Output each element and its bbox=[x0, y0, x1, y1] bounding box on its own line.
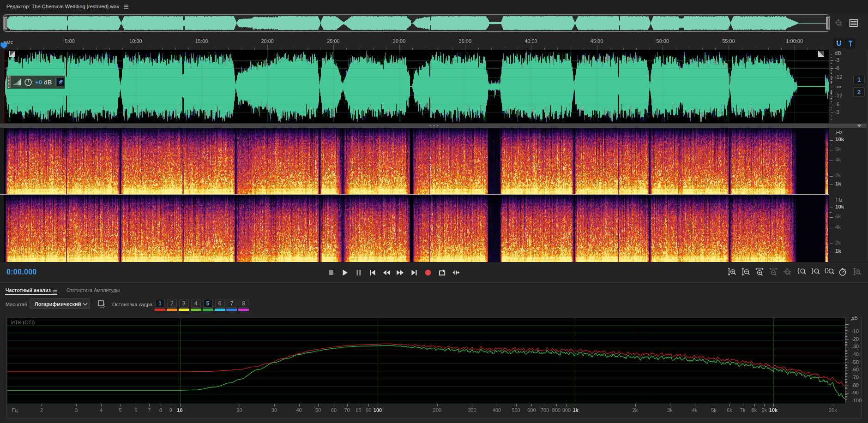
panel-menu-icon[interactable] bbox=[123, 3, 129, 12]
panel-splitter[interactable] bbox=[0, 123, 868, 128]
splitter-grip[interactable] bbox=[428, 125, 440, 127]
freq-axis-tick bbox=[472, 404, 472, 406]
pin-icon[interactable] bbox=[57, 78, 64, 86]
fade-in-handle[interactable] bbox=[9, 51, 15, 57]
hold-frame-2-button[interactable]: 2 bbox=[167, 299, 177, 308]
waveform-display[interactable]: dB-3-3-6-6-12-12-∞ 1 2 +0 bbox=[0, 50, 868, 123]
plot-db-tick bbox=[845, 388, 847, 389]
skip-cti-icon bbox=[451, 268, 460, 277]
gain-hud[interactable]: +0 dB bbox=[7, 76, 65, 89]
skip-cti-button[interactable] bbox=[450, 267, 461, 278]
spectrogram-channel-1[interactable]: Hz10k6k4k2k1k bbox=[0, 128, 868, 194]
plot-db-tick bbox=[845, 350, 847, 351]
gain-value[interactable]: +0 bbox=[35, 79, 42, 86]
zoom-in-vertical-button[interactable] bbox=[726, 267, 738, 278]
tab-frequency-analysis[interactable]: Частотный анализ bbox=[6, 287, 51, 293]
snap-toggle-button[interactable] bbox=[833, 38, 844, 48]
hz-scale-label: 10k bbox=[835, 204, 844, 209]
tab-amplitude-statistics[interactable]: Статистика Амплитуды bbox=[66, 287, 120, 293]
hold-frame-7-button[interactable]: 7 bbox=[227, 299, 236, 308]
skip-start-button[interactable] bbox=[367, 267, 378, 278]
zoom-box-right-handle[interactable] bbox=[826, 17, 829, 30]
freq-axis-label: 4k bbox=[692, 407, 698, 413]
zoom-reset-button[interactable] bbox=[782, 267, 794, 278]
scale-dropdown[interactable]: Логарифмический bbox=[30, 298, 90, 309]
zoom-out-vertical-button[interactable] bbox=[740, 267, 752, 278]
stop-button[interactable] bbox=[326, 267, 337, 278]
zoom-reset-icon[interactable] bbox=[834, 18, 844, 30]
ruler-time-label: 1:00:00 bbox=[786, 38, 803, 44]
tab-menu-icon[interactable] bbox=[53, 288, 57, 296]
freq-axis-label: 20k bbox=[829, 407, 837, 413]
db-unit-label: dB bbox=[835, 50, 841, 56]
hold-frame-8-button[interactable]: 8 bbox=[239, 299, 248, 308]
zoom-in-horizontal-button[interactable] bbox=[754, 267, 766, 278]
plot-db-tick bbox=[845, 386, 849, 386]
pause-button[interactable] bbox=[353, 267, 364, 278]
plot-db-tick bbox=[845, 398, 847, 398]
hold-frame-5-button[interactable]: 5 bbox=[203, 299, 213, 308]
freq-axis-tick bbox=[240, 404, 240, 406]
db-axis-label: -60 bbox=[851, 367, 859, 372]
hold-frame-1-color bbox=[155, 309, 165, 311]
play-icon bbox=[340, 268, 350, 277]
hz-scale-tick bbox=[830, 244, 833, 244]
zoom-cti-button[interactable] bbox=[851, 267, 863, 278]
snapshot-icon[interactable] bbox=[97, 300, 107, 311]
db-scale-tick bbox=[831, 68, 833, 69]
list-icon[interactable] bbox=[849, 18, 859, 30]
freq-axis-tick bbox=[670, 404, 670, 406]
knob-icon[interactable] bbox=[24, 77, 32, 87]
zoom-in-point-button[interactable] bbox=[796, 267, 808, 278]
play-button[interactable] bbox=[339, 267, 350, 278]
frequency-plot-canvas[interactable] bbox=[7, 318, 845, 404]
hz-scale-label: 6k bbox=[835, 214, 841, 219]
db-axis-label: -80 bbox=[851, 382, 859, 388]
plot-db-tick bbox=[845, 378, 849, 378]
ruler-tick bbox=[333, 45, 334, 50]
marker-pin-button[interactable] bbox=[845, 38, 855, 48]
fast-forward-button[interactable] bbox=[395, 267, 406, 278]
freq-axis-label: 100 bbox=[374, 407, 382, 413]
zoom-out-point-button[interactable] bbox=[809, 267, 821, 278]
waveform-canvas[interactable] bbox=[4, 50, 829, 123]
overview-waveform[interactable] bbox=[6, 15, 829, 31]
spectrogram-canvas-1[interactable] bbox=[4, 128, 829, 194]
skip-end-button[interactable] bbox=[409, 267, 420, 278]
overview-zoom-box[interactable] bbox=[3, 14, 830, 32]
chevron-down-icon[interactable] bbox=[857, 125, 862, 127]
freq-axis-label: 6 bbox=[134, 407, 137, 413]
zoom-box-left-handle[interactable] bbox=[4, 17, 7, 30]
loop-button[interactable] bbox=[436, 267, 447, 278]
db-scale-tick bbox=[831, 105, 833, 105]
hold-frame-1-button[interactable]: 1 bbox=[155, 299, 165, 308]
hz-scale-tick bbox=[830, 208, 833, 208]
timeline-ruler[interactable]: чмс 5:0010:0015:0020:0025:0030:0035:0040… bbox=[0, 36, 868, 50]
fade-out-handle[interactable] bbox=[818, 51, 824, 57]
spectrogram-channel-2[interactable]: Hz10k6k4k2k1k bbox=[0, 195, 868, 262]
hold-frame-3-button[interactable]: 3 bbox=[179, 299, 189, 308]
zoom-selection-button[interactable] bbox=[823, 267, 835, 278]
freq-axis-label: 2 bbox=[40, 407, 43, 413]
ruler-tick bbox=[70, 45, 70, 50]
hold-frame-6-button[interactable]: 6 bbox=[215, 299, 225, 308]
editor-gutter bbox=[0, 195, 4, 262]
freq-axis-tick bbox=[318, 404, 319, 406]
record-button[interactable] bbox=[422, 267, 434, 278]
freq-axis-label: 10k bbox=[769, 407, 778, 413]
channel-1-button[interactable]: 1 bbox=[853, 75, 865, 84]
zoom-out-horizontal-button[interactable] bbox=[768, 267, 780, 278]
plot-db-tick bbox=[845, 373, 847, 374]
channel-2-button[interactable]: 2 bbox=[853, 87, 865, 97]
freq-axis-label: 8 bbox=[159, 407, 162, 413]
spectrogram-canvas-2[interactable] bbox=[4, 195, 829, 262]
freq-axis-tick bbox=[545, 404, 545, 406]
timer-button[interactable] bbox=[837, 267, 849, 278]
rewind-button[interactable] bbox=[381, 267, 392, 278]
db-scale-tick bbox=[831, 73, 832, 74]
hold-frame-4-button[interactable]: 4 bbox=[191, 299, 201, 308]
grip-icon[interactable] bbox=[7, 76, 11, 88]
ruler-tick bbox=[136, 45, 136, 50]
time-display[interactable]: 0:00.000 bbox=[6, 268, 37, 276]
freq-axis-label: 5 bbox=[119, 407, 121, 413]
